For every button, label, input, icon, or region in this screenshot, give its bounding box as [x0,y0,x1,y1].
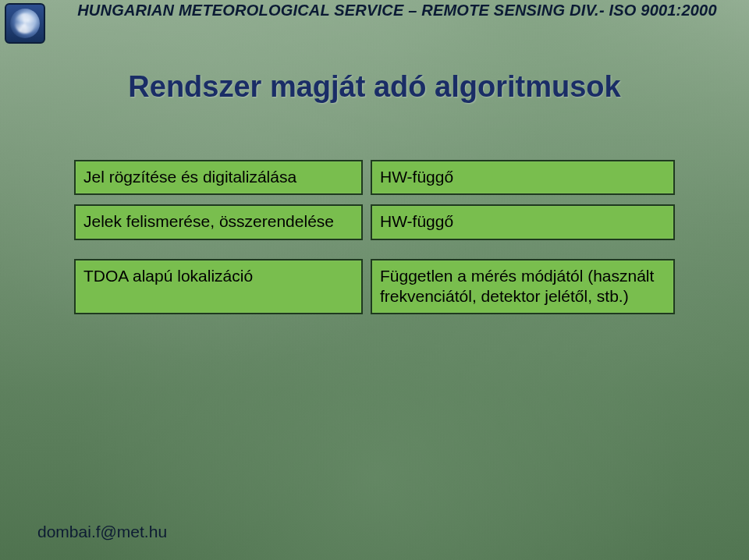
header-title: HUNGARIAN METEOROLOGICAL SERVICE – REMOT… [45,0,749,19]
table-row: Jelek felismerése, összerendelése HW-füg… [74,204,675,239]
footer-email: dombai.f@met.hu [37,523,167,541]
cell-right: HW-függő [371,160,675,195]
cell-right: HW-függő [371,204,675,239]
cell-right: Független a mérés módjától (használt fre… [371,259,675,315]
logo-swirl-icon [10,9,40,38]
cell-left: Jel rögzítése és digitalizálása [74,160,363,195]
table-row: Jel rögzítése és digitalizálása HW-függő [74,160,675,195]
slide-title: Rendszer magját adó algoritmusok [0,70,749,104]
algorithm-table: Jel rögzítése és digitalizálása HW-függő… [74,160,675,324]
cell-left: Jelek felismerése, összerendelése [74,204,363,239]
header: OMSZ HUNGARIAN METEOROLOGICAL SERVICE – … [0,0,749,34]
omsz-logo: OMSZ [5,3,45,44]
cell-left: TDOA alapú lokalizáció [74,259,363,315]
table-row: TDOA alapú lokalizáció Független a mérés… [74,259,675,315]
table-gap [74,250,675,259]
